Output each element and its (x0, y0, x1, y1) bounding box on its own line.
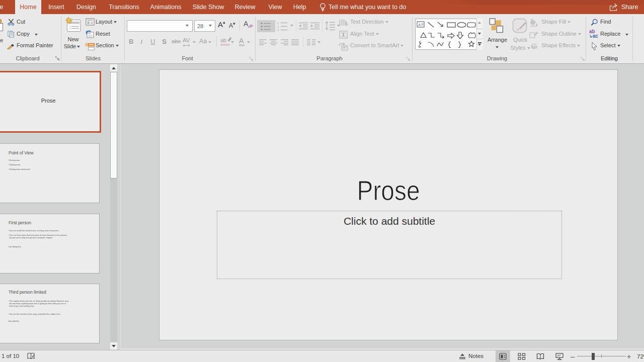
svg-text:A: A (418, 23, 421, 27)
svg-text:3: 3 (277, 29, 279, 31)
svg-text:2: 2 (277, 25, 279, 28)
svg-text:1: 1 (277, 22, 279, 25)
